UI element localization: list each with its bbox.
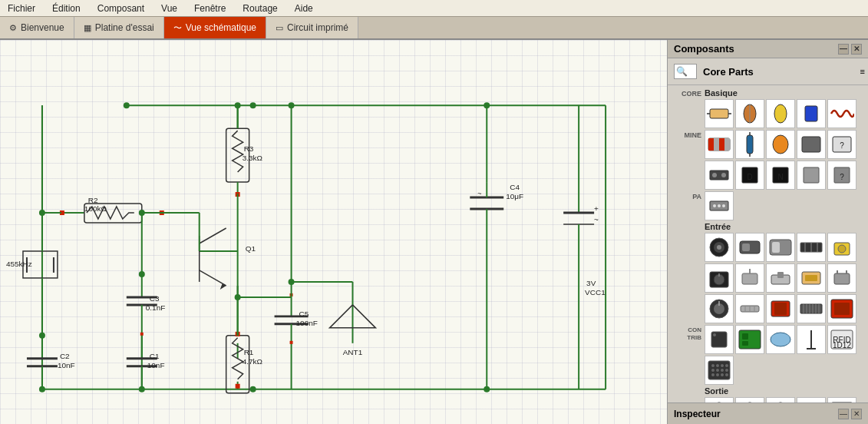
menu-routage[interactable]: Routage: [238, 2, 282, 15]
core-content: Basique: [705, 88, 863, 128]
part-gear-connector[interactable]: [705, 191, 734, 220]
part-bar-switch[interactable]: [735, 294, 764, 323]
part-pot-black[interactable]: [705, 263, 734, 293]
svg-point-203: [711, 364, 715, 367]
menu-vue[interactable]: Vue: [157, 2, 182, 15]
svg-point-106: [289, 279, 295, 285]
part-ic-dip[interactable]: [705, 325, 734, 354]
tab-breadboard[interactable]: ▦ Platine d'essai: [74, 17, 164, 38]
tab-breadboard-label: Platine d'essai: [95, 22, 154, 33]
part-ic-d[interactable]: D: [735, 161, 764, 190]
inspector-close-button[interactable]: ✕: [851, 409, 862, 419]
svg-point-206: [725, 364, 728, 367]
part-ic-q2[interactable]: ?: [827, 161, 856, 190]
svg-text:~: ~: [477, 190, 481, 197]
schematic-icon: 〜: [173, 22, 182, 34]
svg-point-145: [713, 204, 716, 207]
parts-menu-icon[interactable]: ≡: [860, 67, 865, 76]
tab-pcb[interactable]: ▭ Circuit imprimé: [266, 17, 358, 38]
part-long-ic[interactable]: [797, 294, 826, 323]
part-switch-rect[interactable]: [735, 233, 764, 262]
sortie-content: Sortie: [705, 386, 863, 402]
part-resistor[interactable]: [705, 99, 734, 128]
part-capacitor-yellow[interactable]: [766, 99, 795, 128]
tabbar: ⚙ Bienvenue ▦ Platine d'essai 〜 Vue sché…: [0, 17, 868, 40]
svg-rect-121: [805, 106, 817, 121]
svg-text:R1: R1: [244, 348, 254, 356]
tab-welcome[interactable]: ⚙ Bienvenue: [0, 17, 74, 38]
mine-label: MINE: [672, 130, 705, 190]
pa-label: PA: [672, 191, 705, 220]
svg-point-4: [124, 102, 130, 108]
search-bar[interactable]: 🔍: [674, 64, 697, 79]
tab-schematic[interactable]: 〜 Vue schématique: [164, 17, 266, 38]
part-unknown[interactable]: ?: [827, 130, 856, 159]
part-strip-connector[interactable]: [797, 233, 826, 262]
part-ic-grey[interactable]: [797, 130, 826, 159]
part-led-blue[interactable]: [766, 397, 795, 402]
tab-welcome-label: Bienvenue: [21, 22, 64, 33]
svg-point-146: [718, 204, 721, 207]
part-red-ic[interactable]: [766, 294, 795, 323]
part-rotary[interactable]: [705, 294, 734, 323]
menu-fenetre[interactable]: Fenêtre: [190, 2, 230, 15]
part-led-red[interactable]: [705, 397, 734, 402]
contrib-section: CONTRIB: [672, 325, 863, 385]
part-smd-switch[interactable]: [797, 263, 826, 293]
part-capacitor-blue[interactable]: [797, 99, 826, 128]
part-joystick[interactable]: [827, 233, 856, 262]
svg-point-210: [725, 369, 728, 372]
svg-point-120: [774, 104, 787, 123]
part-pcb-green[interactable]: [735, 325, 764, 354]
part-ic-striped[interactable]: [705, 130, 734, 159]
tab-schematic-label: Vue schématique: [186, 22, 256, 33]
part-cap-vertical[interactable]: [735, 130, 764, 159]
panel-minimize-button[interactable]: —: [838, 44, 849, 55]
part-7seg-display[interactable]: 8: [827, 397, 856, 402]
part-oval-component[interactable]: [766, 325, 795, 354]
svg-text:Q1: Q1: [246, 244, 256, 253]
inspector-minimize-button[interactable]: —: [838, 409, 849, 419]
menu-aide[interactable]: Aide: [290, 2, 318, 15]
menu-composant[interactable]: Composant: [93, 2, 149, 15]
part-led-rgb[interactable]: [797, 397, 826, 402]
entree-content: Entrée: [705, 222, 863, 323]
sortie-label: [672, 386, 705, 402]
part-inductor[interactable]: [827, 99, 856, 128]
part-red-board[interactable]: [827, 294, 856, 323]
svg-rect-54: [290, 341, 293, 344]
part-angle-switch[interactable]: [827, 263, 856, 293]
menu-edition[interactable]: Édition: [48, 2, 85, 15]
pa-section: PA: [672, 191, 863, 220]
part-ic-square-grey[interactable]: [797, 161, 826, 190]
svg-text:?: ?: [840, 173, 844, 181]
svg-text:~: ~: [594, 215, 599, 224]
svg-text:C2: C2: [60, 352, 70, 360]
part-rfid[interactable]: RFID1D12: [827, 325, 856, 354]
svg-rect-170: [834, 273, 850, 284]
part-switch-metal[interactable]: [735, 263, 764, 293]
part-ic-n[interactable]: N: [766, 161, 795, 190]
part-connector-2pin[interactable]: [705, 161, 734, 190]
schematic-canvas[interactable]: text { font-family: Arial, sans-serif; f…: [0, 40, 667, 424]
part-transistor-oval[interactable]: [766, 130, 795, 159]
svg-text:R2: R2: [88, 196, 98, 204]
svg-point-214: [725, 373, 728, 376]
panel-close-button[interactable]: ✕: [851, 44, 862, 55]
part-led-white[interactable]: [735, 397, 764, 402]
part-switch-round[interactable]: [705, 233, 734, 262]
part-switch-big[interactable]: [766, 233, 795, 262]
part-antenna-stick[interactable]: [797, 325, 826, 354]
menu-fichier[interactable]: Fichier: [3, 2, 40, 15]
parts-scroll-area[interactable]: CORE Basique: [668, 85, 868, 402]
svg-rect-194: [742, 333, 748, 340]
contrib-content: RFID1D12: [705, 325, 863, 385]
svg-point-212: [716, 373, 719, 376]
part-capacitor-brown[interactable]: [735, 99, 764, 128]
svg-point-192: [713, 333, 716, 336]
search-icon: 🔍: [676, 66, 688, 77]
svg-point-108: [235, 294, 241, 300]
svg-point-196: [771, 333, 790, 346]
part-ic-dot-array[interactable]: [705, 356, 734, 385]
part-push-button[interactable]: [766, 263, 795, 293]
